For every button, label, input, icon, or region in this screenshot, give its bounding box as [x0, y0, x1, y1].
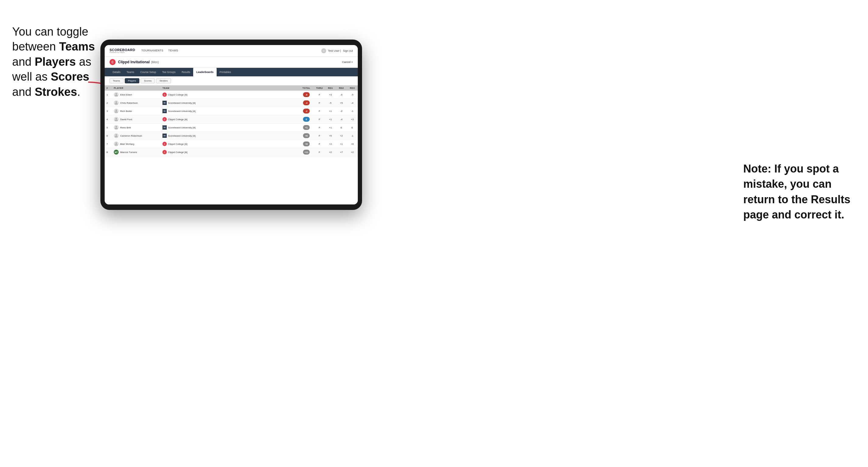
- tab-details[interactable]: Details: [110, 68, 124, 76]
- team-name: Clippd College [A]: [168, 151, 187, 154]
- team-name: Clippd College [A]: [168, 118, 187, 121]
- cell-team: SUScoreboard University [A]: [161, 107, 299, 115]
- top-nav: SCOREBOARD Powered by clippd TOURNAMENTS…: [105, 45, 358, 57]
- toggle-bar: Teams Players Scores Strokes: [105, 76, 358, 86]
- cell-rd3: +3: [347, 115, 358, 124]
- cell-rank: 5: [105, 124, 112, 132]
- player-avatar: [114, 125, 119, 130]
- left-annotation: You can toggle between Teams and Players…: [12, 24, 97, 99]
- player-avatar: [114, 108, 119, 114]
- cell-thru: F: [314, 91, 325, 99]
- nav-teams[interactable]: TEAMS: [168, 49, 178, 53]
- tournament-logo-icon: C: [110, 59, 116, 65]
- cell-total: +11: [299, 148, 314, 156]
- team-logo: C: [162, 92, 167, 97]
- team-name: Scoreboard University [A]: [168, 110, 196, 113]
- cancel-button[interactable]: Cancel ×: [342, 61, 353, 64]
- cell-rd2: +1: [336, 140, 347, 148]
- tab-printables[interactable]: Printables: [217, 68, 234, 76]
- tablet-device: SCOREBOARD Powered by clippd TOURNAMENTS…: [100, 39, 362, 210]
- score-badge: -8: [303, 92, 310, 97]
- player-name: Rich Butler: [120, 110, 132, 113]
- cell-rd3: -4: [347, 99, 358, 107]
- leaderboard-table: # PLAYER TEAM TOTAL THRU RD1 RD2 RD3 1El…: [105, 86, 358, 205]
- nav-right: U Test User | Sign out: [321, 49, 353, 53]
- nav-tournaments[interactable]: TOURNAMENTS: [141, 49, 163, 53]
- right-note-text: Note: If you spot a mistake, you can ret…: [743, 162, 850, 221]
- col-rd1: RD1: [325, 86, 336, 91]
- cell-rd1: +3: [325, 91, 336, 99]
- table-row: 5Rees BrittSUScoreboard University [A]+1…: [105, 124, 358, 132]
- cell-thru: F: [314, 107, 325, 115]
- tab-tee-groups[interactable]: Tee Groups: [159, 68, 179, 76]
- cell-rd1: +5: [325, 132, 336, 140]
- tab-results[interactable]: Results: [179, 68, 193, 76]
- col-rd3: RD3: [347, 86, 358, 91]
- score-badge: -2: [303, 108, 310, 114]
- score-badge: +1: [303, 125, 310, 130]
- tablet-screen: SCOREBOARD Powered by clippd TOURNAMENTS…: [105, 45, 358, 205]
- toggle-strokes-button[interactable]: Strokes: [156, 78, 171, 83]
- cell-thru: F: [314, 124, 325, 132]
- player-avatar: [114, 92, 119, 97]
- player-avatar: [114, 117, 119, 122]
- cell-team: CClippd College [A]: [161, 115, 299, 124]
- cell-total: +1: [299, 124, 314, 132]
- bold-players: Players: [35, 55, 76, 68]
- player-avatar: [114, 133, 119, 138]
- cell-total: -2: [299, 107, 314, 115]
- table-row: 2Chris RobertsonSUScoreboard University …: [105, 99, 358, 107]
- cell-total: -4: [299, 99, 314, 107]
- player-name: Cameron Robertson: [120, 134, 142, 137]
- player-name: Chris Robertson: [120, 102, 138, 104]
- toggle-players-button[interactable]: Players: [125, 78, 140, 83]
- cell-rd3: +2: [347, 148, 358, 156]
- sign-out-link[interactable]: Sign out: [343, 49, 353, 52]
- tab-leaderboards[interactable]: Leaderboards: [193, 68, 216, 76]
- player-name: David Ford: [120, 118, 132, 121]
- cell-rank: 2: [105, 99, 112, 107]
- col-total: TOTAL: [299, 86, 314, 91]
- cell-player: David Ford: [112, 115, 161, 124]
- team-logo: C: [162, 150, 167, 154]
- cell-rd1: +1: [325, 115, 336, 124]
- scoreboard-logo: SCOREBOARD Powered by clippd: [110, 48, 135, 53]
- table-row: 1Elliot EbertCClippd College [A]-8F+3-6-…: [105, 91, 358, 99]
- tournament-name: Clippd Invitational: [118, 60, 150, 64]
- toggle-scores-button[interactable]: Scores: [141, 78, 155, 83]
- table-row: 7Blair McHargCClippd College [A]+8F+2+1+…: [105, 140, 358, 148]
- team-logo: C: [162, 117, 167, 121]
- sub-nav: Details Teams Course Setup Tee Groups Re…: [105, 68, 358, 76]
- toggle-teams-button[interactable]: Teams: [110, 78, 124, 83]
- cell-player: Blair McHarg: [112, 140, 161, 148]
- tab-teams[interactable]: Teams: [124, 68, 137, 76]
- col-rd2: RD2: [336, 86, 347, 91]
- cell-total: +8: [299, 140, 314, 148]
- cell-rank: 6: [105, 132, 112, 140]
- bold-teams: Teams: [59, 40, 95, 53]
- cell-rank: 4: [105, 115, 112, 124]
- cell-thru: F: [314, 115, 325, 124]
- cell-player: Cameron Robertson: [112, 132, 161, 140]
- cell-rd3: E: [347, 124, 358, 132]
- bold-scores: Scores: [51, 70, 89, 83]
- team-logo: SU: [162, 109, 167, 113]
- tab-course-setup[interactable]: Course Setup: [137, 68, 159, 76]
- table-row: 3Rich ButlerSUScoreboard University [A]-…: [105, 107, 358, 115]
- user-name: Test User |: [328, 49, 341, 52]
- cell-team: CClippd College [A]: [161, 148, 299, 156]
- cell-thru: F: [314, 99, 325, 107]
- cell-rank: 3: [105, 107, 112, 115]
- player-avatar: MT: [114, 150, 119, 155]
- cell-team: SUScoreboard University [A]: [161, 124, 299, 132]
- score-badge: E: [303, 117, 310, 122]
- cell-rd3: -1: [347, 107, 358, 115]
- cell-rd1: +1: [325, 107, 336, 115]
- team-name: Clippd College [A]: [168, 143, 187, 146]
- table-row: 6Cameron RobertsonSUScoreboard Universit…: [105, 132, 358, 140]
- cell-rd3: -1: [347, 132, 358, 140]
- cell-player: MTMarcus Turners: [112, 148, 161, 156]
- cell-rd2: +7: [336, 148, 347, 156]
- cell-rank: 1: [105, 91, 112, 99]
- cell-rd1: +1: [325, 124, 336, 132]
